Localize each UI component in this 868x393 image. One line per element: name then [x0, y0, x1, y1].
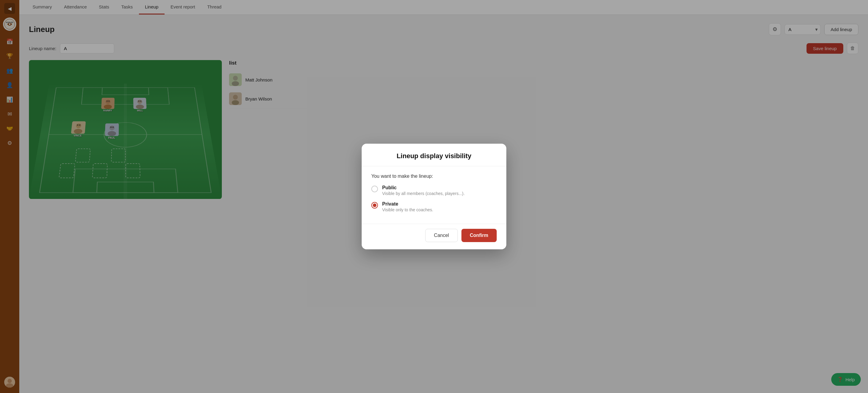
modal-body: You want to make the lineup: Public Visi…	[362, 166, 506, 224]
public-radio[interactable]	[371, 186, 378, 192]
cancel-button[interactable]: Cancel	[425, 229, 458, 242]
confirm-button[interactable]: Confirm	[461, 229, 497, 242]
private-option-content: Private Visible only to the coaches.	[382, 201, 433, 212]
private-radio[interactable]	[371, 202, 378, 208]
modal-backdrop: Lineup display visibility You want to ma…	[0, 0, 868, 393]
modal-footer: Cancel Confirm	[362, 224, 506, 249]
public-label: Public	[382, 185, 465, 191]
visibility-modal: Lineup display visibility You want to ma…	[362, 144, 506, 249]
modal-subtitle: You want to make the lineup:	[371, 173, 497, 179]
public-option-content: Public Visible by all members (coaches, …	[382, 185, 465, 196]
public-description: Visible by all members (coaches, players…	[382, 191, 465, 196]
option-private[interactable]: Private Visible only to the coaches.	[371, 201, 497, 212]
private-description: Visible only to the coaches.	[382, 207, 433, 212]
modal-title: Lineup display visibility	[362, 144, 506, 166]
option-public[interactable]: Public Visible by all members (coaches, …	[371, 185, 497, 196]
private-label: Private	[382, 201, 433, 207]
